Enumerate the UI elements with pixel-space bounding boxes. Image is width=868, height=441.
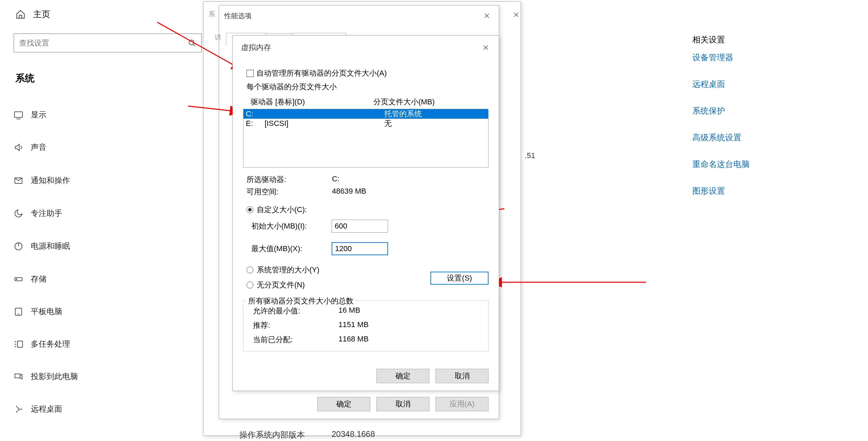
os-label-peek: 操作系统内部版本	[239, 429, 305, 440]
max-size-label: 最大值(MB)(X):	[251, 244, 332, 254]
nav-label: 声音	[31, 142, 46, 153]
perf-body-peek: 详	[215, 33, 222, 42]
nav-storage[interactable]: 存储	[14, 274, 46, 284]
drive-size: 无	[384, 118, 392, 129]
nav-project[interactable]: 投影到此电脑	[14, 371, 78, 382]
virtual-memory-dialog: 虚拟内存 自动管理所有驱动器的分页文件大小(A) 每个驱动器的分页文件大小 驱动…	[232, 35, 499, 391]
nav-label: 多任务处理	[31, 339, 70, 349]
close-icon	[513, 12, 519, 17]
rec-value: 1151 MB	[338, 320, 369, 330]
power-icon	[14, 242, 23, 251]
perf-apply-button[interactable]: 应用(A)	[436, 397, 489, 411]
perf-ok-button[interactable]: 确定	[317, 397, 370, 411]
set-button[interactable]: 设置(S)	[430, 272, 489, 285]
nav-multitask[interactable]: 多任务处理	[14, 339, 70, 349]
nav-remote[interactable]: 远程桌面	[14, 404, 62, 414]
custom-size-radio[interactable]	[246, 206, 253, 213]
nav-sound[interactable]: 声音	[14, 142, 46, 153]
related-title: 相关设置	[692, 34, 725, 45]
col-drive: 驱动器 [卷标](D)	[251, 97, 305, 107]
vm-dialog-title: 虚拟内存	[241, 42, 271, 53]
section-title: 系统	[15, 72, 35, 85]
svg-line-1	[193, 44, 195, 46]
totals-legend: 所有驱动器分页文件大小的总数	[246, 296, 356, 306]
rec-label: 推荐:	[253, 320, 338, 330]
drive-list-header: 驱动器 [卷标](D) 分页文件大小(MB)	[251, 97, 489, 107]
link-remote-desktop[interactable]: 远程桌面	[692, 79, 725, 90]
svg-rect-15	[15, 374, 20, 378]
close-icon	[483, 45, 489, 50]
search-icon	[188, 39, 196, 47]
sound-icon	[14, 143, 23, 152]
initial-size-input[interactable]	[332, 220, 388, 233]
svg-rect-14	[18, 341, 23, 347]
home-label: 主页	[33, 9, 50, 20]
search-input-container[interactable]	[14, 34, 202, 52]
perf-buttons: 确定 取消 应用(A)	[317, 397, 489, 411]
nav-notifications[interactable]: 通知和操作	[14, 175, 70, 186]
drive-list[interactable]: C: 托管的系统 E: [ISCSI] 无	[243, 109, 489, 168]
perf-dialog-close[interactable]	[480, 11, 494, 21]
no-paging-radio[interactable]	[246, 282, 253, 288]
vm-ok-button[interactable]: 确定	[376, 369, 429, 383]
home-nav[interactable]: 主页	[15, 9, 50, 20]
sys-managed-label: 系统管理的大小(Y)	[257, 265, 319, 275]
selected-drive-value: C:	[332, 174, 339, 185]
drive-row-c[interactable]: C: 托管的系统	[243, 109, 488, 119]
free-space-label: 可用空间:	[246, 187, 332, 197]
nav-tablet[interactable]: 平板电脑	[14, 306, 62, 317]
sys-managed-radio[interactable]	[246, 267, 253, 273]
close-icon	[484, 13, 490, 18]
link-advanced-settings[interactable]: 高级系统设置	[692, 132, 742, 143]
multitask-icon	[14, 339, 23, 349]
home-icon	[15, 9, 26, 20]
auto-manage-checkbox[interactable]	[246, 70, 254, 77]
link-graphics-settings[interactable]: 图形设置	[692, 185, 725, 196]
storage-icon	[14, 274, 23, 284]
nav-label: 电源和睡眠	[31, 241, 70, 251]
perf-cancel-button[interactable]: 取消	[376, 397, 429, 411]
drive-size: 托管的系统	[384, 109, 422, 119]
display-icon	[14, 110, 23, 120]
tablet-icon	[14, 307, 23, 316]
perf-dialog-title: 性能选项	[224, 11, 252, 21]
notification-icon	[14, 176, 23, 185]
free-space-value: 48639 MB	[332, 187, 366, 197]
nav-label: 平板电脑	[31, 306, 62, 317]
col-size: 分页文件大小(MB)	[373, 97, 435, 107]
link-system-protection[interactable]: 系统保护	[692, 105, 725, 116]
max-size-input[interactable]	[332, 242, 388, 255]
auto-manage-checkbox-row[interactable]: 自动管理所有驱动器的分页文件大小(A)	[246, 68, 489, 78]
link-device-manager[interactable]: 设备管理器	[692, 52, 733, 63]
nav-label: 存储	[31, 274, 46, 284]
drive-letter: C:	[246, 109, 265, 118]
vm-dialog-close[interactable]	[479, 42, 493, 53]
nav-label: 投影到此电脑	[31, 371, 78, 382]
bg-version-peek: .51	[525, 151, 535, 160]
vm-buttons: 确定 取消	[376, 369, 489, 383]
totals-fieldset: 所有驱动器分页文件大小的总数 允许的最小值: 16 MB 推荐: 1151 MB…	[243, 300, 489, 351]
drive-letter: E:	[246, 119, 265, 128]
system-dialog-close[interactable]	[509, 10, 523, 20]
nav-power[interactable]: 电源和睡眠	[14, 241, 70, 251]
nav-display[interactable]: 显示	[14, 109, 46, 120]
nav-focus[interactable]: 专注助手	[14, 208, 62, 219]
no-paging-label: 无分页文件(N)	[257, 280, 305, 290]
nav-label: 通知和操作	[31, 175, 70, 186]
nav-label: 显示	[31, 109, 46, 120]
svg-point-8	[16, 278, 17, 279]
vm-cancel-button[interactable]: 取消	[436, 369, 489, 383]
search-input[interactable]	[19, 39, 188, 48]
cur-value: 1168 MB	[338, 335, 369, 345]
drive-row-e[interactable]: E: [ISCSI] 无	[243, 119, 488, 128]
custom-size-radio-row[interactable]: 自定义大小(C):	[246, 205, 489, 215]
per-drive-label: 每个驱动器的分页文件大小	[246, 82, 489, 92]
os-value-peek: 20348.1668	[332, 429, 375, 439]
custom-size-label: 自定义大小(C):	[257, 205, 307, 215]
link-rename-pc[interactable]: 重命名这台电脑	[692, 159, 750, 170]
initial-size-label: 初始大小(MB)(I):	[251, 221, 332, 231]
project-icon	[14, 372, 23, 381]
nav-label: 远程桌面	[31, 404, 62, 414]
auto-manage-label: 自动管理所有驱动器的分页文件大小(A)	[256, 68, 387, 78]
system-dialog-title-peek: 系	[209, 10, 215, 19]
